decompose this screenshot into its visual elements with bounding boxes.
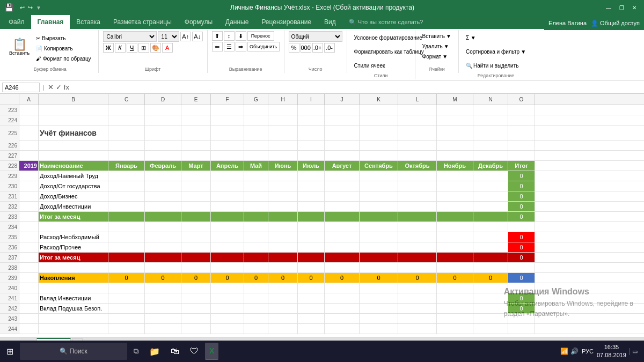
cell-h225[interactable] <box>268 125 298 141</box>
cell-g223[interactable] <box>244 105 268 115</box>
cell-b236[interactable]: Расход/Прочее <box>39 242 108 252</box>
cell-h239[interactable]: 0 <box>268 273 298 283</box>
col-header-f[interactable]: F <box>211 94 244 105</box>
cell-o224[interactable] <box>508 115 535 125</box>
col-header-a[interactable]: A <box>19 94 39 105</box>
align-middle-button[interactable]: ↕ <box>224 31 235 41</box>
align-left-button[interactable]: ⬅ <box>212 42 223 51</box>
col-header-i[interactable]: I <box>298 94 325 105</box>
tab-formulas[interactable]: Формулы <box>178 15 219 29</box>
cell-c228[interactable]: Январь <box>108 161 145 171</box>
cell-o239[interactable]: 0 <box>508 273 535 283</box>
cell-d228[interactable]: Февраль <box>145 161 181 171</box>
paste-button[interactable]: 📋 Вставить <box>6 33 32 62</box>
rows-container[interactable]: 223 224 <box>0 105 644 337</box>
cell-e223[interactable] <box>181 105 211 115</box>
share-button[interactable]: 👤 Общий доступ <box>591 20 640 27</box>
underline-button[interactable]: Ч <box>127 43 137 53</box>
cell-m228[interactable]: Ноябрь <box>437 161 473 171</box>
number-format-select[interactable]: Общий <box>289 31 342 42</box>
cell-o230[interactable]: 0 <box>508 181 535 191</box>
close-button[interactable]: ✕ <box>629 3 640 12</box>
cell-a223[interactable] <box>19 105 39 115</box>
cell-o237[interactable]: 0 <box>508 253 535 262</box>
cell-o231[interactable]: 0 <box>508 191 535 201</box>
insert-cells-button[interactable]: Вставить ▼ <box>420 31 454 41</box>
cell-j228[interactable]: Август <box>325 161 360 171</box>
cell-o235[interactable]: 0 <box>508 232 535 242</box>
bold-button[interactable]: Ж <box>103 43 114 53</box>
cell-h223[interactable] <box>268 105 298 115</box>
cell-b237[interactable]: Итог за месяц <box>39 253 108 262</box>
col-header-k[interactable]: K <box>360 94 398 105</box>
cell-i228[interactable]: Июль <box>298 161 325 171</box>
cancel-formula-icon[interactable]: ✕ <box>48 83 54 91</box>
minimize-button[interactable]: — <box>603 3 614 12</box>
cell-h228[interactable]: Июнь <box>268 161 298 171</box>
cell-b224[interactable] <box>39 115 108 125</box>
col-header-c[interactable]: C <box>108 94 145 105</box>
cell-d225[interactable] <box>145 125 181 141</box>
format-cells-button[interactable]: Формат ▼ <box>420 51 454 61</box>
border-button[interactable]: ⊞ <box>138 43 149 53</box>
sort-filter-button[interactable]: Сортировка и фильтр ▼ <box>463 45 529 58</box>
store-button[interactable]: 🛍 <box>166 343 184 360</box>
cell-b223[interactable] <box>39 105 108 115</box>
restore-button[interactable]: ❐ <box>616 3 627 12</box>
col-header-e[interactable]: E <box>181 94 211 105</box>
format-table-button[interactable]: Форматировать как таблицу <box>352 45 411 58</box>
tab-review[interactable]: Рецензирование <box>255 15 318 29</box>
cell-h224[interactable] <box>268 115 298 125</box>
cell-b239[interactable]: Накопления <box>39 273 108 283</box>
cell-c239[interactable]: 0 <box>108 273 145 283</box>
cell-e239[interactable]: 0 <box>181 273 211 283</box>
tab-data[interactable]: Данные <box>219 15 255 29</box>
align-bottom-button[interactable]: ⬇ <box>236 31 246 41</box>
cell-d223[interactable] <box>145 105 181 115</box>
cell-j225[interactable] <box>325 125 360 141</box>
font-family-select[interactable]: Calibri <box>103 31 157 42</box>
cell-o223[interactable] <box>508 105 535 115</box>
cell-f224[interactable] <box>211 115 244 125</box>
conditional-format-button[interactable]: Условное форматирование <box>352 31 411 44</box>
copy-button[interactable]: 📄 Копировать <box>33 43 93 53</box>
col-header-j[interactable]: J <box>325 94 360 105</box>
cell-l225[interactable] <box>398 125 437 141</box>
tab-view[interactable]: Вид <box>318 15 342 29</box>
tab-home[interactable]: Главная <box>31 15 70 29</box>
cell-a225[interactable] <box>19 125 39 141</box>
font-color-button[interactable]: A <box>162 43 173 53</box>
col-header-b[interactable]: B <box>39 94 108 105</box>
cell-f228[interactable]: Апрель <box>211 161 244 171</box>
cell-i224[interactable] <box>298 115 325 125</box>
undo-button[interactable]: ↩ <box>20 4 25 11</box>
delete-cells-button[interactable]: Удалить ▼ <box>420 41 454 51</box>
cell-o232[interactable]: 0 <box>508 202 535 211</box>
cell-e225[interactable] <box>181 125 211 141</box>
cell-b230[interactable]: Доход/От государства <box>39 181 108 191</box>
cell-b233[interactable]: Итог за месяц <box>39 212 108 221</box>
tab-insert[interactable]: Вставка <box>70 15 107 29</box>
merge-button[interactable]: Объединить <box>247 42 280 51</box>
increase-font-button[interactable]: A↑ <box>180 32 191 41</box>
cell-e224[interactable] <box>181 115 211 125</box>
cell-n224[interactable] <box>473 115 508 125</box>
cell-o236[interactable]: 0 <box>508 242 535 252</box>
col-header-d[interactable]: D <box>145 94 181 105</box>
insert-function-icon[interactable]: fx <box>64 83 69 91</box>
decrease-font-button[interactable]: A↓ <box>192 32 203 41</box>
cell-b241[interactable]: Вклад Инвестиции <box>39 293 108 303</box>
file-explorer-button[interactable]: 📁 <box>145 343 164 360</box>
find-select-button[interactable]: 🔍 Найти и выделить <box>463 59 521 72</box>
cell-n223[interactable] <box>473 105 508 115</box>
fill-color-button[interactable]: 🎨 <box>150 43 161 53</box>
font-size-select[interactable]: 11 <box>158 31 179 42</box>
cell-o225[interactable] <box>508 125 535 141</box>
wrap-text-button[interactable]: Перенос <box>247 31 274 41</box>
cell-k225[interactable] <box>360 125 398 141</box>
search-button[interactable]: 🔍 Поиск <box>20 343 127 360</box>
cell-g224[interactable] <box>244 115 268 125</box>
align-top-button[interactable]: ⬆ <box>212 31 223 41</box>
cell-j223[interactable] <box>325 105 360 115</box>
cell-j239[interactable]: 0 <box>325 273 360 283</box>
